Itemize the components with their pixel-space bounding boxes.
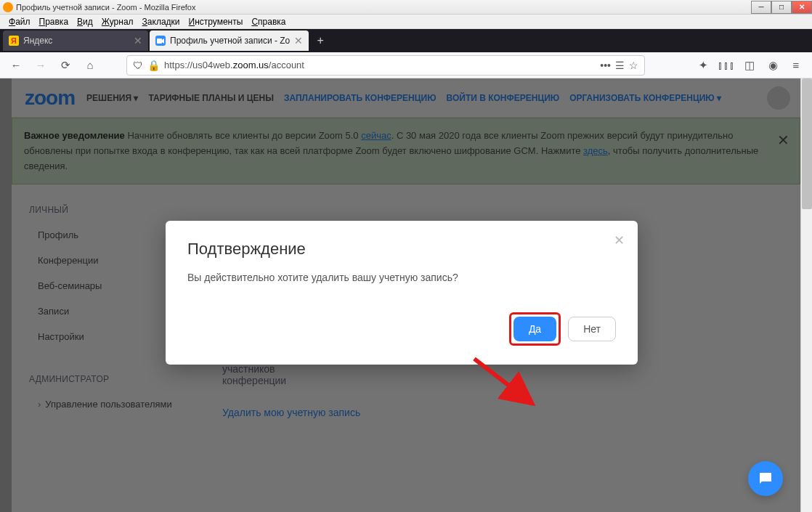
page-viewport: zoom РЕШЕНИЯ ▾ ТАРИФНЫЕ ПЛАНЫ И ЦЕНЫ ЗАП…: [0, 78, 812, 512]
svg-rect-0: [157, 38, 162, 44]
lock-icon: 🔒: [147, 60, 160, 71]
window-title-bar: Профиль учетной записи - Zoom - Mozilla …: [0, 0, 812, 15]
window-title-text: Профиль учетной записи - Zoom - Mozilla …: [16, 3, 195, 12]
tab-yandex[interactable]: Я Яндекс ✕: [3, 31, 148, 51]
more-icon[interactable]: •••: [600, 60, 611, 71]
tab-close-icon[interactable]: ✕: [294, 35, 303, 46]
maximize-button[interactable]: □: [771, 1, 792, 14]
back-button[interactable]: ←: [6, 55, 26, 76]
new-tab-button[interactable]: +: [310, 31, 330, 51]
chat-icon: [757, 470, 774, 487]
modal-title: Подтверждение: [187, 240, 616, 259]
modal-actions: Да Нет: [187, 312, 616, 346]
reader-icon[interactable]: ☰: [615, 60, 625, 71]
menu-bar: Файл Правка Вид Журнал Закладки Инструме…: [0, 15, 812, 29]
confirm-modal: Подтверждение ✕ Вы действительно хотите …: [166, 221, 638, 365]
reload-button[interactable]: ⟳: [55, 55, 76, 76]
bookmark-icon[interactable]: ☆: [629, 60, 638, 71]
window-title: Профиль учетной записи - Zoom - Mozilla …: [3, 2, 195, 12]
tab-zoom[interactable]: Профиль учетной записи - Zo ✕: [150, 31, 309, 51]
no-button[interactable]: Нет: [568, 317, 616, 341]
menu-view[interactable]: Вид: [73, 15, 97, 28]
modal-text: Вы действительно хотите удалить вашу уче…: [187, 272, 616, 283]
tab-close-icon[interactable]: ✕: [134, 35, 142, 46]
highlight-annotation: Да: [509, 312, 561, 346]
modal-close-icon[interactable]: ✕: [614, 232, 625, 248]
minimize-button[interactable]: ─: [751, 1, 771, 14]
forward-button[interactable]: →: [31, 55, 51, 76]
menu-edit[interactable]: Правка: [35, 15, 73, 28]
address-bar: ← → ⟳ ⌂ 🛡 🔒 https://us04web.zoom.us/acco…: [0, 52, 812, 78]
home-button[interactable]: ⌂: [80, 55, 100, 76]
url-box[interactable]: 🛡 🔒 https://us04web.zoom.us/account ••• …: [126, 55, 645, 76]
library-icon[interactable]: ⫿⫿⫿: [716, 55, 736, 76]
firefox-icon: [3, 2, 13, 12]
tab-title: Яндекс: [23, 36, 129, 46]
menu-tools[interactable]: Инструменты: [184, 15, 248, 28]
menu-bookmarks[interactable]: Закладки: [138, 15, 184, 28]
scrollbar[interactable]: [800, 78, 812, 512]
menu-icon[interactable]: ≡: [786, 55, 806, 76]
chat-fab[interactable]: [748, 461, 783, 496]
window-close-button[interactable]: ✕: [792, 1, 812, 14]
menu-file[interactable]: Файл: [4, 15, 35, 28]
scrollbar-thumb[interactable]: [802, 78, 812, 209]
sidebar-icon[interactable]: ◫: [739, 55, 760, 76]
yes-button[interactable]: Да: [513, 317, 556, 341]
window-buttons: ─ □ ✕: [751, 1, 812, 14]
zoom-icon: [155, 36, 166, 46]
tab-title: Профиль учетной записи - Zo: [170, 36, 290, 46]
tabs-bar: Я Яндекс ✕ Профиль учетной записи - Zo ✕…: [0, 29, 812, 52]
account-icon[interactable]: ◉: [763, 55, 783, 76]
menu-help[interactable]: Справка: [247, 15, 290, 28]
shield-icon: 🛡: [133, 60, 143, 71]
yandex-icon: Я: [9, 36, 19, 46]
menu-history[interactable]: Журнал: [97, 15, 138, 28]
extension-icon[interactable]: ✦: [693, 55, 713, 76]
url-text: https://us04web.zoom.us/account: [164, 60, 596, 70]
